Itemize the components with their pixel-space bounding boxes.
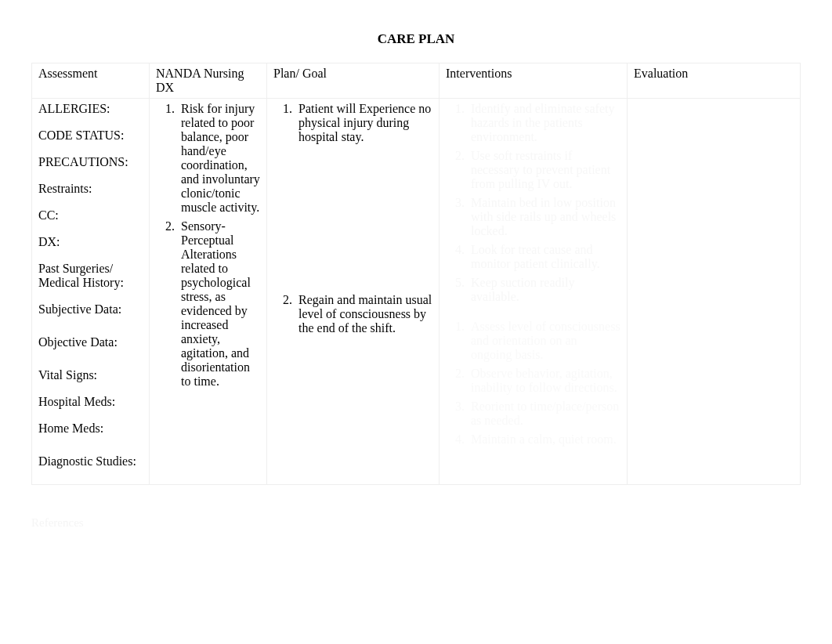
nanda-item-2: Sensory-Perceptual Alterations related t…: [178, 219, 260, 389]
interventions-cell: Identify and eliminate safety hazards in…: [440, 99, 628, 485]
interventions-list-2: Assess level of consciousness and orient…: [446, 320, 620, 447]
header-plan: Plan/ Goal: [267, 63, 440, 99]
assessment-hospital-meds: Hospital Meds:: [38, 395, 143, 409]
assessment-restraints: Restraints:: [38, 182, 143, 196]
header-assessment: Assessment: [32, 63, 150, 99]
table-header-row: Assessment NANDA Nursing DX Plan/ Goal I…: [32, 63, 801, 99]
intervention-2-1: Assess level of consciousness and orient…: [468, 320, 620, 362]
page-title: CARE PLAN: [31, 31, 801, 47]
intervention-2-2: Observe behavior, agitation, inability t…: [468, 367, 620, 395]
assessment-cc: CC:: [38, 208, 143, 223]
nanda-list: Risk for injury related to poor balance,…: [156, 102, 260, 389]
assessment-code-status: CODE STATUS:: [38, 128, 143, 143]
intervention-1-1: Identify and eliminate safety hazards in…: [468, 102, 620, 144]
plan-item-2: Regain and maintain usual level of consc…: [295, 293, 432, 335]
references-label: References: [31, 516, 801, 530]
assessment-precautions: PRECAUTIONS:: [38, 155, 143, 169]
nanda-item-1: Risk for injury related to poor balance,…: [178, 102, 260, 215]
nanda-cell: Risk for injury related to poor balance,…: [150, 99, 267, 485]
header-interventions: Interventions: [440, 63, 628, 99]
assessment-cell: ALLERGIES: CODE STATUS: PRECAUTIONS: Res…: [32, 99, 150, 485]
interventions-list-1: Identify and eliminate safety hazards in…: [446, 102, 620, 304]
table-row: ALLERGIES: CODE STATUS: PRECAUTIONS: Res…: [32, 99, 801, 485]
intervention-1-5: Keep suction readily available.: [468, 276, 620, 304]
intervention-1-3: Maintain bed in low position with side r…: [468, 196, 620, 238]
assessment-allergies: ALLERGIES:: [38, 102, 143, 116]
header-evaluation: Evaluation: [628, 63, 801, 99]
assessment-vital-signs: Vital Signs:: [38, 368, 143, 382]
intervention-1-2: Use soft restraints if necessary to prev…: [468, 149, 620, 191]
intervention-2-4: Maintain a calm, quiet room.: [468, 432, 620, 447]
intervention-1-4: Look for treat cause and monitor patient…: [468, 243, 620, 271]
evaluation-cell: [628, 99, 801, 485]
assessment-subjective: Subjective Data:: [38, 302, 143, 317]
assessment-objective: Objective Data:: [38, 335, 143, 349]
assessment-past-surgeries: Past Surgeries/ Medical History:: [38, 262, 143, 290]
plan-cell: Patient will Experience no physical inju…: [267, 99, 440, 485]
intervention-2-3: Reorient to time/place/person as needed.: [468, 400, 620, 428]
care-plan-table: Assessment NANDA Nursing DX Plan/ Goal I…: [31, 63, 801, 485]
assessment-dx: DX:: [38, 235, 143, 249]
assessment-home-meds: Home Meds:: [38, 421, 143, 436]
header-nanda: NANDA Nursing DX: [150, 63, 267, 99]
plan-list: Patient will Experience no physical inju…: [273, 102, 432, 335]
assessment-diagnostic-studies: Diagnostic Studies:: [38, 454, 143, 469]
plan-item-1: Patient will Experience no physical inju…: [295, 102, 432, 144]
